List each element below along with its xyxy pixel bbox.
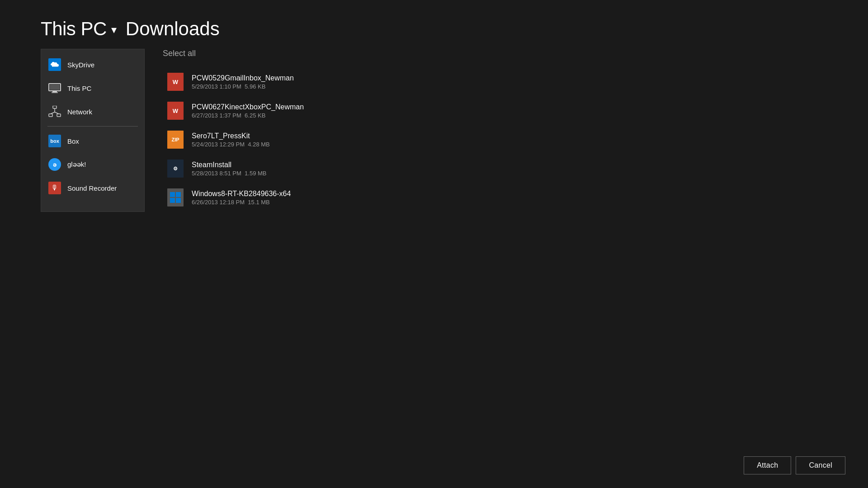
sidebar-item-sound-recorder[interactable]: 🎙 Sound Recorder xyxy=(41,176,144,200)
svg-rect-13 xyxy=(176,198,181,203)
file-name: SteamInstall xyxy=(192,161,267,169)
file-name: Sero7LT_PressKit xyxy=(192,132,270,140)
cancel-button[interactable]: Cancel xyxy=(796,456,845,474)
sound-recorder-icon: 🎙 xyxy=(47,181,62,195)
header: This PC ▾ Downloads xyxy=(0,0,868,49)
svg-rect-5 xyxy=(49,114,52,117)
table-row[interactable]: ZIP Sero7LT_PressKit 5/24/2013 12:29 PM … xyxy=(163,125,850,154)
sidebar-item-box[interactable]: box Box xyxy=(41,129,144,153)
svg-line-9 xyxy=(55,112,59,114)
select-all[interactable]: Select all xyxy=(163,49,850,58)
skydrive-icon xyxy=(47,57,62,72)
sidebar-item-network[interactable]: Network xyxy=(41,100,144,123)
location-panel: SkyDrive This PC xyxy=(41,49,145,212)
folder-name: Downloads xyxy=(126,18,220,40)
file-icon-4: ⚙ xyxy=(166,160,184,178)
main-container: SkyDrive This PC xyxy=(0,49,868,212)
file-meta: 6/26/2013 12:18 PM 15.1 MB xyxy=(192,199,291,206)
file-icon-1: W xyxy=(166,73,184,91)
thispc-icon xyxy=(47,81,62,95)
svg-rect-12 xyxy=(170,198,175,203)
skydrive-label: SkyDrive xyxy=(67,61,94,69)
chevron-icon[interactable]: ▾ xyxy=(111,23,117,36)
file-area: Select all W PCW0529GmailInbox_Newman 5/… xyxy=(145,49,868,212)
network-label: Network xyxy=(67,108,92,116)
svg-line-8 xyxy=(51,112,55,114)
svg-rect-1 xyxy=(50,84,60,90)
table-row[interactable]: W PCW0529GmailInbox_Newman 5/29/2013 1:1… xyxy=(163,67,850,96)
sound-recorder-label: Sound Recorder xyxy=(67,184,117,192)
file-list: W PCW0529GmailInbox_Newman 5/29/2013 1:1… xyxy=(163,67,850,212)
svg-rect-11 xyxy=(176,192,181,197)
file-name: Windows8-RT-KB2849636-x64 xyxy=(192,190,291,198)
file-meta: 5/29/2013 1:10 PM 5.96 KB xyxy=(192,83,294,90)
file-meta: 6/27/2013 1:37 PM 6.25 KB xyxy=(192,112,304,119)
file-name: PCW0627KinectXboxPC_Newman xyxy=(192,103,304,111)
network-icon xyxy=(47,104,62,119)
table-row[interactable]: W PCW0627KinectXboxPC_Newman 6/27/2013 1… xyxy=(163,96,850,125)
file-meta: 5/24/2013 12:29 PM 4.28 MB xyxy=(192,141,270,148)
gleek-label: gləək! xyxy=(67,160,86,169)
attach-button[interactable]: Attach xyxy=(744,456,791,474)
box-icon: box xyxy=(47,134,62,148)
file-meta: 5/28/2013 8:51 PM 1.59 MB xyxy=(192,170,267,177)
table-row[interactable]: Windows8-RT-KB2849636-x64 6/26/2013 12:1… xyxy=(163,183,850,212)
thispc-label: This PC xyxy=(67,84,91,92)
box-label: Box xyxy=(67,137,79,145)
svg-rect-10 xyxy=(170,192,175,197)
panel-divider xyxy=(47,126,138,127)
table-row[interactable]: ⚙ SteamInstall 5/28/2013 8:51 PM 1.59 MB xyxy=(163,154,850,183)
svg-rect-6 xyxy=(57,114,61,117)
file-icon-2: W xyxy=(166,102,184,120)
sidebar-item-thispc[interactable]: This PC xyxy=(41,76,144,100)
file-icon-5 xyxy=(166,188,184,206)
page-title[interactable]: This PC xyxy=(41,18,107,40)
file-icon-3: ZIP xyxy=(166,131,184,149)
file-name: PCW0529GmailInbox_Newman xyxy=(192,74,294,82)
gleek-icon: ə xyxy=(47,157,62,172)
svg-rect-4 xyxy=(53,106,57,108)
sidebar-item-gleek[interactable]: ə gləək! xyxy=(41,153,144,176)
bottom-bar: Attach Cancel xyxy=(744,456,845,474)
sidebar-item-skydrive[interactable]: SkyDrive xyxy=(41,53,144,76)
